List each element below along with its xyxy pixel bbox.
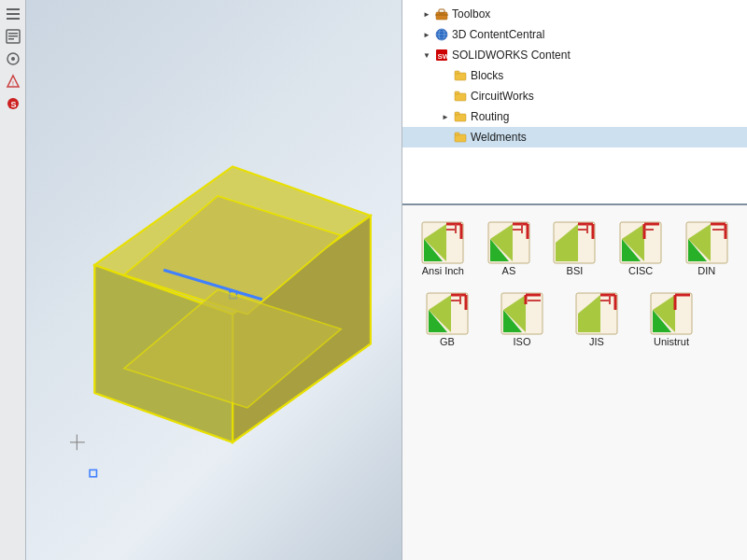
content-grid: Ansi Inch AS	[402, 205, 747, 560]
grid-item-gb[interactable]: GB	[414, 287, 481, 351]
svg-rect-42	[455, 71, 459, 74]
3dcc-label: 3D ContentCentral	[452, 28, 544, 41]
circuitworks-label: CircuitWorks	[471, 90, 534, 103]
tree-arrow-routing: ►	[440, 111, 451, 122]
tree-item-toolbox[interactable]: ► Toolbox	[402, 4, 747, 24]
configuration-manager-btn[interactable]	[3, 49, 23, 69]
bsi-label: BSI	[567, 265, 584, 276]
grid-item-unistrut[interactable]: Unistrut	[638, 287, 705, 351]
din-label: DIN	[698, 265, 715, 276]
jis-label: JIS	[589, 336, 604, 347]
cisc-label: CISC	[628, 265, 653, 276]
svg-rect-2	[7, 18, 20, 20]
svg-rect-4	[8, 33, 18, 35]
tree-item-sw-content[interactable]: ▼ SW SOLIDWORKS Content	[402, 45, 747, 65]
as-label: AS	[502, 265, 516, 276]
grid-item-jis[interactable]: JIS	[563, 287, 630, 351]
unistrut-label: Unistrut	[654, 336, 689, 347]
svg-rect-5	[8, 35, 18, 37]
svg-text:SW: SW	[438, 52, 449, 61]
blocks-label: Blocks	[471, 69, 503, 82]
left-toolbar: ! S	[0, 0, 26, 560]
tree-item-circuitworks[interactable]: ► CircuitWorks	[402, 86, 747, 106]
toolbox-label: Toolbox	[452, 7, 490, 21]
grid-item-iso[interactable]: ISO	[488, 287, 556, 351]
model-area	[26, 0, 402, 560]
tree-arrow-3dcc: ►	[421, 29, 432, 40]
gb-label: GB	[440, 336, 455, 347]
svg-rect-0	[7, 8, 20, 10]
svg-rect-48	[455, 133, 459, 135]
folder-circuitworks-icon	[453, 89, 468, 104]
globe-icon	[434, 27, 449, 42]
grid-item-cisc[interactable]: CISC	[612, 217, 670, 280]
grid-item-bsi[interactable]: BSI	[545, 217, 604, 280]
svg-point-8	[11, 57, 15, 61]
tree-arrow-sw: ▼	[421, 49, 432, 61]
tree-item-weldments[interactable]: ► Weldments	[402, 127, 747, 147]
grid-row-2: GB ISO	[414, 287, 736, 351]
ansi-inch-label: Ansi Inch	[422, 265, 464, 276]
weldments-label: Weldments	[471, 131, 527, 144]
toolbox-icon	[434, 7, 449, 21]
property-manager-btn[interactable]	[3, 26, 23, 47]
dim-expert-btn[interactable]: !	[3, 71, 23, 91]
tree-item-3dcc[interactable]: ► 3D ContentCentral	[402, 24, 747, 45]
sw-icon: SW	[434, 48, 449, 63]
folder-routing-icon	[453, 109, 468, 124]
svg-text:!: !	[12, 80, 14, 87]
iso-label: ISO	[514, 336, 531, 347]
folder-weldments-icon	[453, 130, 468, 145]
svg-rect-46	[455, 112, 459, 115]
tree-view: ► Toolbox ► 3D	[402, 0, 747, 205]
grid-item-ansi-inch[interactable]: Ansi Inch	[414, 217, 472, 280]
3d-model-svg	[35, 75, 390, 495]
feature-manager-btn[interactable]	[3, 4, 23, 24]
sw-content-label: SOLIDWORKS Content	[452, 49, 571, 62]
tree-arrow-toolbox: ►	[421, 8, 432, 20]
costing-btn[interactable]: S	[3, 93, 23, 114]
svg-text:S: S	[10, 100, 16, 109]
right-panel: ► Toolbox ► 3D	[402, 0, 747, 560]
svg-rect-22	[90, 469, 96, 476]
grid-item-as[interactable]: AS	[480, 217, 539, 280]
grid-item-din[interactable]: DIN	[677, 217, 736, 280]
svg-rect-6	[8, 38, 14, 40]
routing-label: Routing	[471, 110, 509, 123]
tree-item-blocks[interactable]: ► Blocks	[402, 65, 747, 86]
folder-blocks-icon	[453, 68, 468, 83]
svg-rect-44	[455, 91, 459, 94]
svg-rect-1	[7, 13, 20, 15]
tree-item-routing[interactable]: ► Routing	[402, 106, 747, 127]
3d-viewport[interactable]: ! S	[0, 0, 402, 560]
grid-row-1: Ansi Inch AS	[414, 217, 736, 280]
